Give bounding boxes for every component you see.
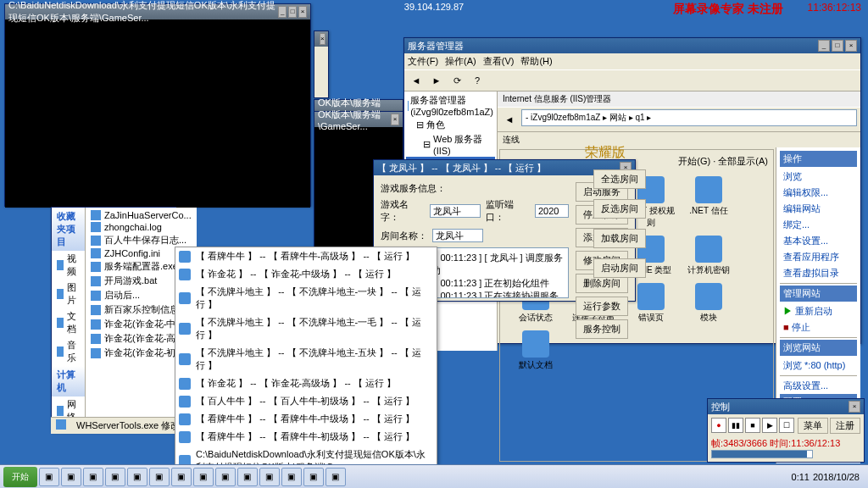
action-stop[interactable]: ■ 停止 [780, 319, 857, 336]
tree-web[interactable]: ⊟ Web 服务器 (IIS) [406, 132, 495, 157]
file-row[interactable]: ZaJinHuaServerCo... [87, 209, 195, 221]
back-icon[interactable]: ◄ [408, 72, 425, 89]
task-item[interactable]: ▣ [215, 468, 236, 486]
popup-menu-item[interactable]: 【 看牌牛牛 】 -- 【 看牌牛牛-中级场 】 -- 【 运行 】 [175, 410, 437, 428]
minimize-icon[interactable]: _ [278, 6, 287, 18]
popup-menu-item[interactable]: 【 不洗牌斗地主 】 -- 【 不洗牌斗地主-一毛 】 -- 【 运行 】 [175, 313, 437, 344]
sidebar-item[interactable]: 文档 [52, 308, 85, 337]
task-item[interactable]: ▣ [149, 468, 170, 486]
popup-menu-item[interactable]: 【 诈金花 】 -- 【 诈金花-高级场 】 -- 【 运行 】 [175, 374, 437, 392]
task-item[interactable]: ▣ [303, 468, 324, 486]
recorder-window[interactable]: 控制× ● ▮▮ ■ ▶ ☐ 菜单 注册 帧:3483/3666 时间:11:3… [707, 398, 865, 463]
iis-feature-icon[interactable]: 计算机密钥 [683, 236, 734, 276]
task-item[interactable]: ▣ [127, 468, 147, 486]
maximize-icon[interactable]: □ [832, 40, 843, 52]
iis-feature-icon[interactable]: .NET 信任 [683, 176, 734, 229]
room-action-button[interactable]: 全选房间 [593, 169, 646, 189]
close-icon[interactable]: × [320, 33, 326, 45]
menu-help[interactable]: 帮助(H) [520, 55, 552, 68]
sidebar-item[interactable]: 音乐 [52, 337, 85, 366]
task-item[interactable]: ▣ [105, 468, 125, 486]
rec-stop-icon[interactable]: ■ [745, 418, 760, 433]
register-button[interactable]: 注册 [830, 418, 860, 434]
game-action-button[interactable]: 运行参数 [576, 297, 628, 316]
tray-date: 2018/10/28 [813, 472, 860, 482]
sidebar-item[interactable]: 图片 [52, 280, 85, 308]
action-item[interactable]: 查看虚拟目录 [780, 265, 857, 281]
file-row[interactable]: 百人牛牛保存日志... [87, 233, 195, 247]
rec-pause-icon[interactable]: ▮▮ [728, 418, 743, 433]
action-item[interactable]: 编辑网站 [780, 201, 857, 217]
popup-menu-item[interactable]: 【 不洗牌斗地主 】 -- 【 不洗牌斗地主-一块 】 -- 【 运行 】 [175, 283, 437, 313]
game-name-input[interactable] [430, 204, 481, 218]
game-action-button[interactable]: 服务控制 [576, 319, 628, 339]
task-item[interactable]: ▣ [193, 468, 214, 486]
view-dd[interactable]: 开始(G) · [678, 156, 718, 166]
task-item[interactable]: ▣ [326, 468, 346, 486]
sidebar-header[interactable]: 计算机 [52, 366, 85, 396]
file-row[interactable]: zhongchai.log [87, 221, 195, 233]
rec-play-icon[interactable]: ▶ [762, 418, 777, 433]
rec-capture-icon[interactable]: ☐ [779, 418, 794, 433]
menu-view[interactable]: 查看(V) [483, 55, 515, 68]
menu-file[interactable]: 文件(F) [408, 55, 438, 68]
iis-feature-icon[interactable]: 模块 [683, 283, 734, 324]
action-item[interactable]: 浏览 [780, 169, 857, 185]
room-action-button[interactable]: 反选房间 [593, 199, 646, 219]
back-icon[interactable]: ◄ [501, 111, 518, 128]
room-action-button[interactable]: 启动房间 [593, 258, 646, 278]
action-item[interactable]: 基本设置... [780, 233, 857, 249]
task-item[interactable]: ▣ [39, 468, 59, 486]
action-item[interactable]: 查看应用程序 [780, 249, 857, 265]
popup-menu-item[interactable]: 【 看牌牛牛 】 -- 【 看牌牛牛-初级场 】 -- 【 运行 】 [175, 428, 437, 446]
show-all[interactable]: 全部显示(A) [718, 156, 768, 166]
action-adv[interactable]: 高级设置... [780, 378, 857, 394]
help-icon[interactable]: ? [469, 72, 486, 89]
system-tray[interactable]: 0:11 2018/10/28 [787, 472, 865, 482]
rec-record-icon[interactable]: ● [711, 418, 726, 433]
fwd-icon[interactable]: ► [428, 72, 445, 89]
room-input[interactable] [432, 229, 483, 242]
sidebar-item[interactable]: 视频 [52, 251, 85, 280]
cmd-window[interactable]: C:\BaiduNetdiskDownload\永利支付提现短信OK版本\永利支… [4, 3, 311, 207]
taskbar[interactable]: 开始 ▣ ▣ ▣ ▣ ▣ ▣ ▣ ▣ ▣ ▣ ▣ ▣ ▣ ▣ 0:11 2018… [0, 464, 868, 488]
action-browse[interactable]: 浏览 *:80 (http) [780, 358, 857, 374]
progress-bar[interactable] [711, 450, 813, 458]
popup-menu-item[interactable]: 【 百人牛牛 】 -- 【 百人牛牛-初级场 】 -- 【 运行 】 [175, 392, 437, 410]
task-item[interactable]: ▣ [281, 468, 302, 486]
maximize-icon[interactable]: □ [288, 6, 297, 18]
taskbar-popup[interactable]: 【 看牌牛牛 】 -- 【 看牌牛牛-高级场 】 -- 【 运行 】【 诈金花 … [175, 247, 437, 488]
task-item[interactable]: ▣ [83, 468, 103, 486]
tree-roles[interactable]: ⊟ 角色 [406, 118, 495, 132]
menu-action[interactable]: 操作(A) [445, 55, 476, 68]
popup-menu-item[interactable]: 【 看牌牛牛 】 -- 【 看牌牛牛-高级场 】 -- 【 运行 】 [175, 247, 437, 265]
task-item[interactable]: ▣ [61, 468, 81, 486]
server-ip-label: 39.104.129.87 [404, 2, 464, 12]
close-icon[interactable]: × [391, 114, 399, 125]
minimize-icon[interactable]: _ [818, 40, 830, 52]
breadcrumb[interactable]: - iZvg9l0zefb8m1aZ ▸ 网站 ▸ q1 ▸ [521, 109, 857, 126]
close-icon[interactable]: × [845, 40, 857, 52]
menu-button[interactable]: 菜单 [798, 418, 828, 434]
popup-menu-item[interactable]: 【 不洗牌斗地主 】 -- 【 不洗牌斗地主-五块 】 -- 【 运行 】 [175, 344, 437, 374]
start-button[interactable]: 开始 [3, 467, 37, 487]
tree-root[interactable]: 服务器管理器 (iZvg9l0zefb8m1aZ) [406, 93, 495, 118]
port-input[interactable] [535, 204, 569, 218]
refresh-icon[interactable]: ⟳ [448, 72, 465, 89]
action-restart[interactable]: ▶ 重新启动 [780, 303, 857, 319]
sidebar-header[interactable]: 收藏夹项目 [52, 208, 85, 251]
menu-bar[interactable]: 文件(F) 操作(A) 查看(V) 帮助(H) [404, 53, 860, 69]
task-item[interactable]: ▣ [259, 468, 280, 486]
explorer-window[interactable]: 收藏夹项目视频图片文档音乐计算机网络 ZaJinHuaServerCo...zh… [51, 207, 176, 432]
cmd-body[interactable] [5, 19, 310, 208]
action-item[interactable]: 编辑权限... [780, 185, 857, 201]
close-icon[interactable]: × [298, 6, 307, 18]
room-action-button[interactable]: 加载房间 [593, 229, 646, 248]
task-item[interactable]: ▣ [237, 468, 258, 486]
app-icon [179, 353, 191, 365]
tab-iis[interactable]: Internet 信息服务 (IIS)管理器 [498, 92, 860, 107]
close-icon[interactable]: × [849, 401, 860, 413]
action-item[interactable]: 绑定... [780, 217, 857, 233]
popup-menu-item[interactable]: 【 诈金花 】 -- 【 诈金花-中级场 】 -- 【 运行 】 [175, 265, 437, 283]
task-item[interactable]: ▣ [171, 468, 192, 486]
